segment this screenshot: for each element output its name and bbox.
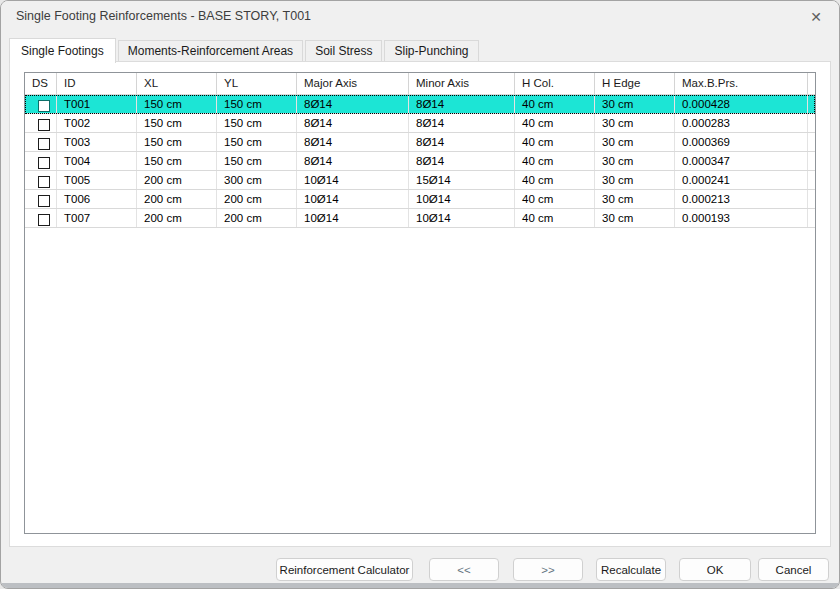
cell-xl: 200 cm [137,171,217,189]
table-row[interactable]: T006 200 cm 200 cm 10Ø14 10Ø14 40 cm 30 … [25,190,815,209]
cell-h-col: 40 cm [515,114,595,132]
column-header-spacer [808,73,815,94]
cell-h-col: 40 cm [515,190,595,208]
window-title: Single Footing Reinforcements - BASE STO… [16,9,311,23]
cell-spacer [808,171,815,189]
cell-major-axis: 10Ø14 [297,171,409,189]
row-checkbox[interactable] [38,176,50,188]
column-header-h-edge[interactable]: H Edge [595,73,675,94]
column-header-xl[interactable]: XL [137,73,217,94]
column-header-major-axis[interactable]: Major Axis [297,73,409,94]
cell-h-edge: 30 cm [595,95,675,113]
footings-table: DS ID XL YL Major Axis Minor Axis H Col.… [24,72,816,534]
close-button[interactable]: ✕ [803,6,829,28]
cell-yl: 150 cm [217,152,297,170]
cell-minor-axis: 8Ø14 [409,114,515,132]
cell-max-b-prs: 0.000428 [675,95,808,113]
row-checkbox[interactable] [38,157,50,169]
table-row[interactable]: T007 200 cm 200 cm 10Ø14 10Ø14 40 cm 30 … [25,209,815,228]
column-header-h-col[interactable]: H Col. [515,73,595,94]
column-header-id[interactable]: ID [57,73,137,94]
table-row[interactable]: T003 150 cm 150 cm 8Ø14 8Ø14 40 cm 30 cm… [25,133,815,152]
cell-h-col: 40 cm [515,152,595,170]
cell-spacer [808,114,815,132]
cell-major-axis: 8Ø14 [297,133,409,151]
row-checkbox[interactable] [38,119,50,131]
tab-single-footings[interactable]: Single Footings [9,38,116,63]
recalculate-button[interactable]: Recalculate [596,558,666,581]
cell-minor-axis: 8Ø14 [409,95,515,113]
table-row[interactable]: T001 150 cm 150 cm 8Ø14 8Ø14 40 cm 30 cm… [25,95,815,114]
row-checkbox[interactable] [38,195,50,207]
cell-h-col: 40 cm [515,133,595,151]
cell-h-edge: 30 cm [595,133,675,151]
tab-moments-reinforcement-areas[interactable]: Moments-Reinforcement Areas [118,40,303,62]
table-row[interactable]: T002 150 cm 150 cm 8Ø14 8Ø14 40 cm 30 cm… [25,114,815,133]
cell-h-edge: 30 cm [595,171,675,189]
cell-spacer [808,133,815,151]
cell-id: T005 [57,171,137,189]
cell-xl: 150 cm [137,95,217,113]
previous-button[interactable]: << [429,558,499,581]
row-checkbox[interactable] [38,214,50,226]
next-button[interactable]: >> [513,558,583,581]
cell-ds [25,133,57,151]
table-body: T001 150 cm 150 cm 8Ø14 8Ø14 40 cm 30 cm… [25,95,815,228]
tab-page-single-footings: DS ID XL YL Major Axis Minor Axis H Col.… [9,61,831,547]
table-row[interactable]: T005 200 cm 300 cm 10Ø14 15Ø14 40 cm 30 … [25,171,815,190]
column-header-yl[interactable]: YL [217,73,297,94]
cell-id: T004 [57,152,137,170]
cell-id: T003 [57,133,137,151]
cell-max-b-prs: 0.000347 [675,152,808,170]
cell-id: T006 [57,190,137,208]
cell-minor-axis: 10Ø14 [409,190,515,208]
tab-slip-punching[interactable]: Slip-Punching [384,40,478,62]
row-checkbox[interactable] [38,138,50,150]
cell-minor-axis: 10Ø14 [409,209,515,227]
cell-id: T001 [57,95,137,113]
cell-h-col: 40 cm [515,171,595,189]
cell-major-axis: 10Ø14 [297,190,409,208]
cell-major-axis: 8Ø14 [297,114,409,132]
cell-h-col: 40 cm [515,95,595,113]
cell-yl: 200 cm [217,209,297,227]
reinforcement-calculator-button[interactable]: Reinforcement Calculator [276,558,413,581]
tab-soil-stress[interactable]: Soil Stress [305,40,382,62]
column-header-minor-axis[interactable]: Minor Axis [409,73,515,94]
cell-minor-axis: 8Ø14 [409,152,515,170]
cell-yl: 300 cm [217,171,297,189]
cell-max-b-prs: 0.000213 [675,190,808,208]
cell-spacer [808,152,815,170]
table-header-row: DS ID XL YL Major Axis Minor Axis H Col.… [25,73,815,95]
close-icon: ✕ [810,9,822,25]
cell-yl: 150 cm [217,114,297,132]
ok-button[interactable]: OK [679,558,751,581]
cell-id: T002 [57,114,137,132]
title-bar: Single Footing Reinforcements - BASE STO… [1,1,839,33]
column-header-ds[interactable]: DS [25,73,57,94]
cell-yl: 200 cm [217,190,297,208]
cell-ds [25,114,57,132]
cell-spacer [808,95,815,113]
cell-major-axis: 8Ø14 [297,95,409,113]
cell-xl: 200 cm [137,209,217,227]
cell-h-edge: 30 cm [595,114,675,132]
cell-h-edge: 30 cm [595,209,675,227]
cell-ds [25,209,57,227]
cancel-button[interactable]: Cancel [758,558,829,581]
cell-spacer [808,209,815,227]
cell-xl: 150 cm [137,152,217,170]
cell-minor-axis: 8Ø14 [409,133,515,151]
cell-id: T007 [57,209,137,227]
dialog-window: Single Footing Reinforcements - BASE STO… [0,0,840,589]
table-row[interactable]: T004 150 cm 150 cm 8Ø14 8Ø14 40 cm 30 cm… [25,152,815,171]
column-header-max-b-prs[interactable]: Max.B.Prs. [675,73,808,94]
cell-h-edge: 30 cm [595,190,675,208]
cell-h-edge: 30 cm [595,152,675,170]
cell-max-b-prs: 0.000283 [675,114,808,132]
cell-ds [25,152,57,170]
cell-max-b-prs: 0.000369 [675,133,808,151]
cell-yl: 150 cm [217,133,297,151]
row-checkbox[interactable] [38,100,50,112]
cell-minor-axis: 15Ø14 [409,171,515,189]
